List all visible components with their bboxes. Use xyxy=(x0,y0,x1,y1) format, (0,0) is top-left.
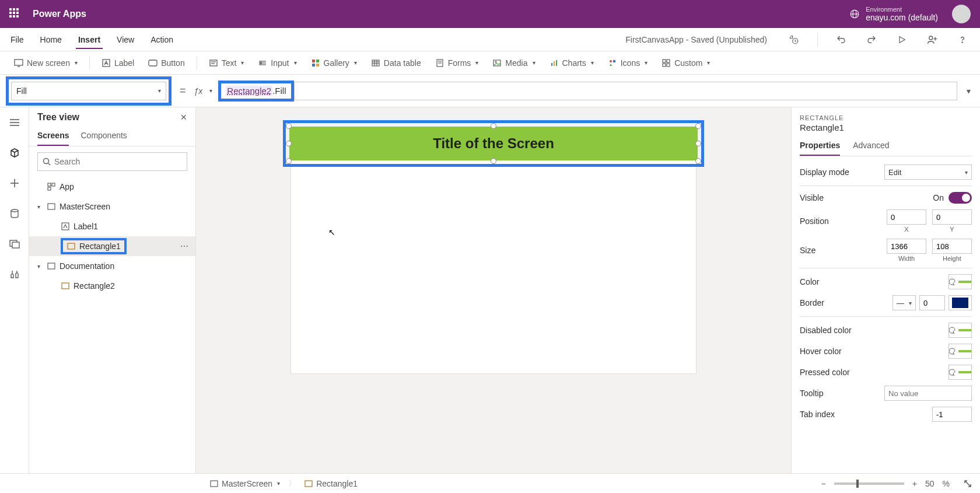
chevron-down-icon: ▾ xyxy=(707,60,710,66)
tabindex-input[interactable] xyxy=(932,407,972,422)
resize-handle[interactable] xyxy=(286,158,292,164)
tree-node-label1[interactable]: Label1 xyxy=(29,216,195,236)
rectangle-icon xyxy=(61,281,70,291)
menu-action[interactable]: Action xyxy=(148,30,176,49)
tree-view-icon[interactable] xyxy=(5,144,24,162)
insert-button-button[interactable]: Button xyxy=(142,56,190,70)
resize-handle[interactable] xyxy=(286,141,292,146)
data-icon[interactable] xyxy=(5,204,24,223)
insert-custom-dropdown[interactable]: Custom▾ xyxy=(656,56,716,70)
svg-rect-22 xyxy=(312,64,315,67)
formula-expand-icon[interactable]: ▾ xyxy=(963,86,974,96)
tree-node-label: App xyxy=(60,182,74,191)
play-button[interactable] xyxy=(892,30,911,49)
resize-handle[interactable] xyxy=(695,141,701,146)
tab-advanced[interactable]: Advanced xyxy=(853,138,889,156)
chevron-down-icon: ▾ xyxy=(354,60,357,66)
new-screen-button[interactable]: New screen▾ xyxy=(8,56,83,70)
chevron-down-icon[interactable]: ▾ xyxy=(37,263,43,270)
property-dropdown[interactable]: Fill ▾ xyxy=(11,82,166,100)
tree-node-rectangle2[interactable]: Rectangle2 xyxy=(29,276,195,296)
svg-rect-36 xyxy=(556,60,557,66)
tree-node-label: Rectangle2 xyxy=(74,281,115,291)
tab-screens[interactable]: Screens xyxy=(37,127,69,146)
visible-toggle[interactable] xyxy=(949,192,972,204)
help-button[interactable] xyxy=(953,30,972,49)
height-input[interactable] xyxy=(932,239,972,254)
display-mode-select[interactable]: Edit▾ xyxy=(884,165,972,180)
menu-view[interactable]: View xyxy=(114,30,136,49)
chevron-down-icon[interactable]: ▾ xyxy=(37,204,43,210)
environment-picker[interactable]: Environment enayu.com (default) xyxy=(849,6,938,22)
tab-properties[interactable]: Properties xyxy=(800,138,840,156)
zoom-in-button[interactable]: + xyxy=(912,479,917,488)
insert-icons-dropdown[interactable]: Icons▾ xyxy=(602,56,653,70)
share-button[interactable] xyxy=(923,30,942,49)
menu-file[interactable]: File xyxy=(8,30,26,49)
insert-datatable-button[interactable]: Data table xyxy=(365,56,427,70)
tree-node-app[interactable]: App xyxy=(29,177,195,197)
tree-search-input[interactable] xyxy=(54,157,182,166)
chevron-down-icon[interactable]: ▾ xyxy=(209,88,212,94)
tab-components[interactable]: Components xyxy=(80,127,127,146)
formula-reference: Rectangle2 xyxy=(226,86,272,96)
breadcrumb-selected[interactable]: Rectangle1 xyxy=(304,479,358,488)
insert-input-dropdown[interactable]: Input▾ xyxy=(252,56,302,70)
insert-gallery-dropdown[interactable]: Gallery▾ xyxy=(305,56,363,70)
waffle-icon[interactable] xyxy=(9,8,21,20)
svg-rect-24 xyxy=(372,60,379,66)
tree-node-masterscreen[interactable]: ▾ MasterScreen xyxy=(29,197,195,216)
border-color-picker[interactable] xyxy=(949,295,972,310)
tree-node-documentation[interactable]: ▾ Documentation xyxy=(29,256,195,276)
tooltip-input[interactable] xyxy=(884,386,972,401)
fullscreen-icon[interactable] xyxy=(964,480,972,488)
breadcrumb-screen[interactable]: MasterScreen ▾ xyxy=(210,479,280,488)
position-label: Position xyxy=(800,216,829,226)
insert-text-dropdown[interactable]: Text▾ xyxy=(203,56,250,70)
redo-button[interactable] xyxy=(862,30,881,49)
formula-input[interactable] xyxy=(294,82,957,100)
insert-label-button[interactable]: Label xyxy=(96,56,140,70)
resize-handle[interactable] xyxy=(491,158,496,164)
menu-home[interactable]: Home xyxy=(38,30,64,49)
close-icon[interactable]: ✕ xyxy=(180,113,187,122)
rectangle1-object[interactable]: Title of the Screen xyxy=(289,127,698,160)
pressed-color-picker[interactable] xyxy=(949,365,972,380)
tools-icon[interactable] xyxy=(5,265,24,284)
hamburger-icon[interactable] xyxy=(5,113,24,132)
zoom-slider[interactable] xyxy=(834,482,904,485)
tree-search[interactable] xyxy=(37,152,187,171)
svg-marker-4 xyxy=(900,36,905,43)
formula-bar: Fill ▾ = ƒx▾ Rectangle2.Fill ▾ xyxy=(0,75,980,107)
media-panel-icon[interactable] xyxy=(5,235,24,253)
undo-button[interactable] xyxy=(832,30,850,49)
color-picker[interactable] xyxy=(949,274,972,289)
menu-insert[interactable]: Insert xyxy=(76,30,103,49)
position-x-input[interactable] xyxy=(887,209,926,225)
border-style-select[interactable]: —▾ xyxy=(892,295,916,310)
hover-color-picker[interactable] xyxy=(949,344,972,359)
svg-point-37 xyxy=(610,60,612,62)
resize-handle[interactable] xyxy=(695,123,701,129)
resize-handle[interactable] xyxy=(286,123,292,129)
canvas-area[interactable]: Title of the Screen ↖ xyxy=(196,107,791,473)
insert-charts-dropdown[interactable]: Charts▾ xyxy=(544,56,600,70)
disabled-color-picker[interactable] xyxy=(949,323,972,338)
resize-handle[interactable] xyxy=(695,158,701,164)
insert-forms-dropdown[interactable]: Forms▾ xyxy=(429,56,485,70)
zoom-out-button[interactable]: − xyxy=(821,479,826,488)
svg-point-8 xyxy=(962,41,963,42)
svg-rect-35 xyxy=(554,61,555,66)
app-checker-icon[interactable] xyxy=(785,30,803,49)
width-input[interactable] xyxy=(887,239,926,254)
more-icon[interactable]: ⋯ xyxy=(180,242,190,251)
canvas-screen[interactable]: Title of the Screen ↖ xyxy=(291,128,696,373)
position-y-input[interactable] xyxy=(932,209,972,225)
add-icon[interactable] xyxy=(5,174,24,193)
resize-handle[interactable] xyxy=(491,123,496,129)
user-avatar[interactable] xyxy=(952,5,971,23)
border-width-input[interactable] xyxy=(919,295,945,310)
hover-color-label: Hover color xyxy=(800,347,842,356)
insert-media-dropdown[interactable]: Media▾ xyxy=(487,56,541,70)
tree-node-rectangle1[interactable]: Rectangle1 ⋯ xyxy=(29,236,195,256)
